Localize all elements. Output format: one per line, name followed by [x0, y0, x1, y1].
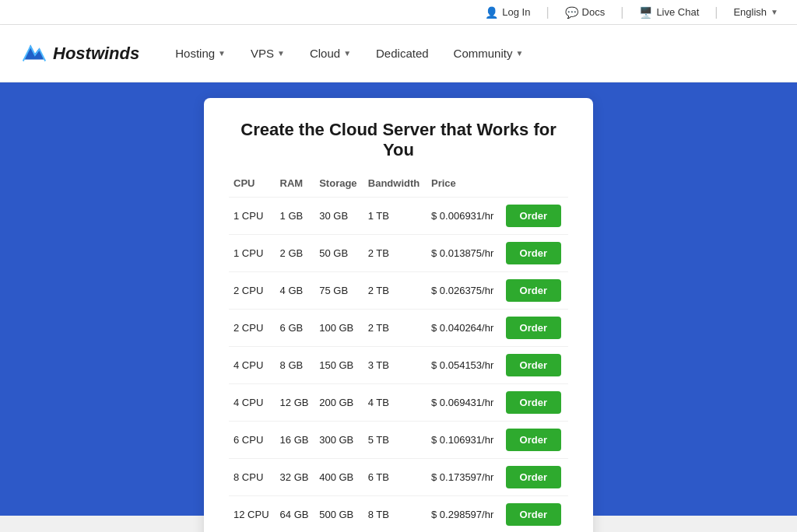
table-row: 4 CPU 8 GB 150 GB 3 TB $ 0.054153/hr Ord… [229, 347, 568, 384]
cell-price: $ 0.013875/hr [427, 235, 501, 272]
cell-storage: 500 GB [314, 496, 363, 533]
col-storage: Storage [314, 177, 363, 198]
pricing-card: Create the Cloud Server that Works for Y… [204, 98, 593, 532]
language-chevron-icon: ▼ [771, 8, 778, 16]
divider-3: | [714, 5, 718, 19]
cell-bandwidth: 3 TB [363, 347, 427, 384]
cell-ram: 4 GB [276, 272, 315, 310]
livechat-link[interactable]: 🖥️ Live Chat [639, 6, 699, 19]
nav-item-community[interactable]: Community ▼ [443, 40, 535, 66]
cell-cpu: 12 CPU [229, 496, 276, 533]
cell-order[interactable]: Order [501, 422, 568, 459]
order-button[interactable]: Order [506, 503, 561, 526]
pricing-table: CPU RAM Storage Bandwidth Price 1 CPU 1 … [229, 177, 568, 532]
table-header-row: CPU RAM Storage Bandwidth Price [229, 177, 568, 198]
livechat-label: Live Chat [656, 6, 699, 18]
cell-storage: 30 GB [314, 198, 363, 235]
cell-storage: 75 GB [314, 272, 363, 310]
login-label: Log In [502, 6, 530, 18]
cell-ram: 64 GB [276, 496, 315, 533]
cell-ram: 1 GB [276, 198, 315, 235]
nav-community-chevron: ▼ [515, 49, 523, 58]
nav-bar: Hostwinds Hosting ▼ VPS ▼ Cloud ▼ Dedica… [0, 25, 797, 82]
nav-hosting-label: Hosting [175, 47, 215, 60]
divider-2: | [620, 5, 623, 19]
order-button[interactable]: Order [506, 354, 561, 376]
cell-ram: 8 GB [276, 347, 315, 384]
cell-storage: 300 GB [314, 422, 363, 459]
nav-vps-label: VPS [251, 47, 274, 60]
cell-price: $ 0.069431/hr [427, 384, 501, 422]
order-button[interactable]: Order [506, 205, 561, 227]
cell-cpu: 4 CPU [229, 384, 276, 422]
table-row: 6 CPU 16 GB 300 GB 5 TB $ 0.106931/hr Or… [229, 422, 568, 459]
cell-order[interactable]: Order [501, 384, 568, 422]
cell-price: $ 0.026375/hr [427, 272, 501, 310]
docs-label: Docs [582, 6, 606, 18]
logo-text: Hostwinds [53, 44, 139, 64]
login-icon: 👤 [485, 6, 498, 19]
table-row: 2 CPU 6 GB 100 GB 2 TB $ 0.040264/hr Ord… [229, 310, 568, 347]
cell-bandwidth: 5 TB [363, 422, 427, 459]
table-row: 1 CPU 2 GB 50 GB 2 TB $ 0.013875/hr Orde… [229, 235, 568, 272]
order-button[interactable]: Order [506, 466, 561, 488]
nav-links: Hosting ▼ VPS ▼ Cloud ▼ Dedicated Commun… [164, 40, 534, 66]
nav-cloud-chevron: ▼ [343, 49, 351, 58]
order-button[interactable]: Order [506, 279, 561, 302]
cell-cpu: 4 CPU [229, 347, 276, 384]
cell-order[interactable]: Order [501, 198, 568, 235]
nav-item-hosting[interactable]: Hosting ▼ [164, 40, 237, 66]
cell-price: $ 0.006931/hr [427, 198, 501, 235]
language-selector[interactable]: English ▼ [733, 6, 778, 18]
cell-order[interactable]: Order [501, 496, 568, 533]
cell-ram: 12 GB [276, 384, 315, 422]
cell-bandwidth: 2 TB [363, 235, 427, 272]
cell-bandwidth: 1 TB [363, 198, 427, 235]
nav-item-vps[interactable]: VPS ▼ [240, 40, 296, 66]
cell-price: $ 0.040264/hr [427, 310, 501, 347]
nav-item-dedicated[interactable]: Dedicated [365, 40, 440, 66]
cell-bandwidth: 4 TB [363, 384, 427, 422]
logo-link[interactable]: Hostwinds [19, 39, 139, 68]
cell-storage: 150 GB [314, 347, 363, 384]
col-bandwidth: Bandwidth [363, 177, 427, 198]
table-row: 12 CPU 64 GB 500 GB 8 TB $ 0.298597/hr O… [229, 496, 568, 533]
cell-order[interactable]: Order [501, 272, 568, 310]
cell-cpu: 6 CPU [229, 422, 276, 459]
nav-item-cloud[interactable]: Cloud ▼ [299, 40, 362, 66]
col-cpu: CPU [229, 177, 276, 198]
divider-1: | [546, 5, 549, 19]
cell-price: $ 0.298597/hr [427, 496, 501, 533]
cell-storage: 50 GB [314, 235, 363, 272]
order-button[interactable]: Order [506, 391, 561, 414]
hero-section: Create the Cloud Server that Works for Y… [0, 82, 797, 532]
nav-cloud-label: Cloud [310, 47, 340, 60]
order-button[interactable]: Order [506, 242, 561, 264]
cell-storage: 400 GB [314, 459, 363, 496]
col-ram: RAM [276, 177, 315, 198]
language-label: English [733, 6, 767, 18]
table-row: 4 CPU 12 GB 200 GB 4 TB $ 0.069431/hr Or… [229, 384, 568, 422]
cell-storage: 200 GB [314, 384, 363, 422]
nav-community-label: Community [454, 47, 513, 60]
cell-price: $ 0.054153/hr [427, 347, 501, 384]
cell-storage: 100 GB [314, 310, 363, 347]
cell-order[interactable]: Order [501, 235, 568, 272]
nav-dedicated-label: Dedicated [376, 47, 429, 60]
cell-order[interactable]: Order [501, 347, 568, 384]
cell-ram: 32 GB [276, 459, 315, 496]
cell-price: $ 0.173597/hr [427, 459, 501, 496]
login-link[interactable]: 👤 Log In [485, 6, 530, 19]
docs-link[interactable]: 💬 Docs [565, 6, 606, 19]
docs-icon: 💬 [565, 6, 578, 19]
logo-icon [19, 39, 48, 68]
cell-cpu: 8 CPU [229, 459, 276, 496]
table-row: 1 CPU 1 GB 30 GB 1 TB $ 0.006931/hr Orde… [229, 198, 568, 235]
order-button[interactable]: Order [506, 429, 561, 451]
col-price: Price [427, 177, 501, 198]
table-row: 8 CPU 32 GB 400 GB 6 TB $ 0.173597/hr Or… [229, 459, 568, 496]
order-button[interactable]: Order [506, 317, 561, 339]
pricing-title: Create the Cloud Server that Works for Y… [229, 120, 568, 160]
cell-order[interactable]: Order [501, 310, 568, 347]
cell-order[interactable]: Order [501, 459, 568, 496]
